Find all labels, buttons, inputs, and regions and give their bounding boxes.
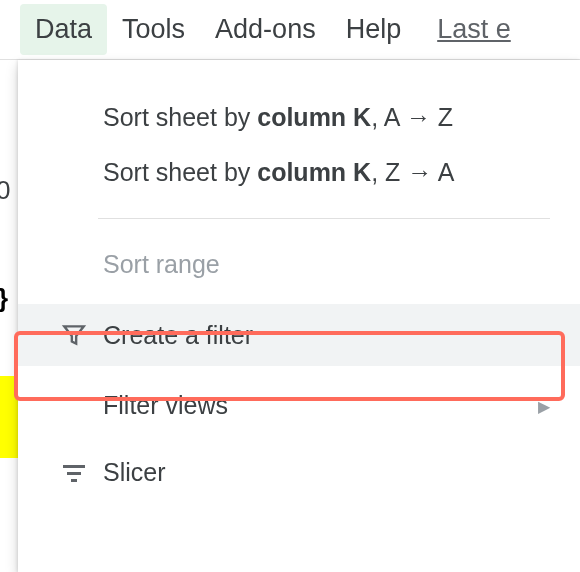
- sort-desc-column: column K: [257, 158, 371, 186]
- chevron-right-icon: ▶: [538, 396, 550, 415]
- cell-brace: }: [0, 283, 8, 314]
- menu-divider-1: [98, 218, 550, 219]
- menu-addons[interactable]: Add-ons: [200, 4, 331, 55]
- slicer-label: Slicer: [103, 458, 166, 487]
- menubar: Data Tools Add-ons Help Last e: [0, 0, 580, 60]
- cell-fragment: 0: [0, 175, 10, 206]
- sort-desc-prefix: Sort sheet by: [103, 158, 257, 186]
- svg-rect-2: [71, 479, 77, 482]
- menu-create-filter[interactable]: Create a filter: [18, 304, 580, 366]
- menu-sort-asc[interactable]: Sort sheet by column K, A → Z: [18, 90, 580, 145]
- slicer-icon: [60, 459, 88, 487]
- filter-views-label: Filter views: [103, 391, 228, 420]
- sort-asc-suffix: , A → Z: [371, 103, 453, 131]
- sort-range-label: Sort range: [103, 250, 220, 279]
- sheet-left-strip: 0 }: [0, 60, 18, 572]
- menu-tools[interactable]: Tools: [107, 4, 200, 55]
- menu-filter-views[interactable]: Filter views ▶: [18, 378, 580, 433]
- last-edit-link[interactable]: Last e: [422, 4, 526, 55]
- menu-sort-range: Sort range: [18, 237, 580, 292]
- create-filter-label: Create a filter: [103, 321, 253, 350]
- sort-asc-column: column K: [257, 103, 371, 131]
- menu-data[interactable]: Data: [20, 4, 107, 55]
- data-dropdown-menu: Sort sheet by column K, A → Z Sort sheet…: [18, 60, 580, 572]
- svg-rect-0: [63, 465, 85, 468]
- yellow-cell: [0, 376, 18, 458]
- menu-slicer[interactable]: Slicer: [18, 445, 580, 500]
- svg-rect-1: [67, 472, 81, 475]
- sort-asc-prefix: Sort sheet by: [103, 103, 257, 131]
- filter-icon: [60, 321, 88, 349]
- sort-desc-suffix: , Z → A: [371, 158, 454, 186]
- menu-sort-desc[interactable]: Sort sheet by column K, Z → A: [18, 145, 580, 200]
- menu-help[interactable]: Help: [331, 4, 417, 55]
